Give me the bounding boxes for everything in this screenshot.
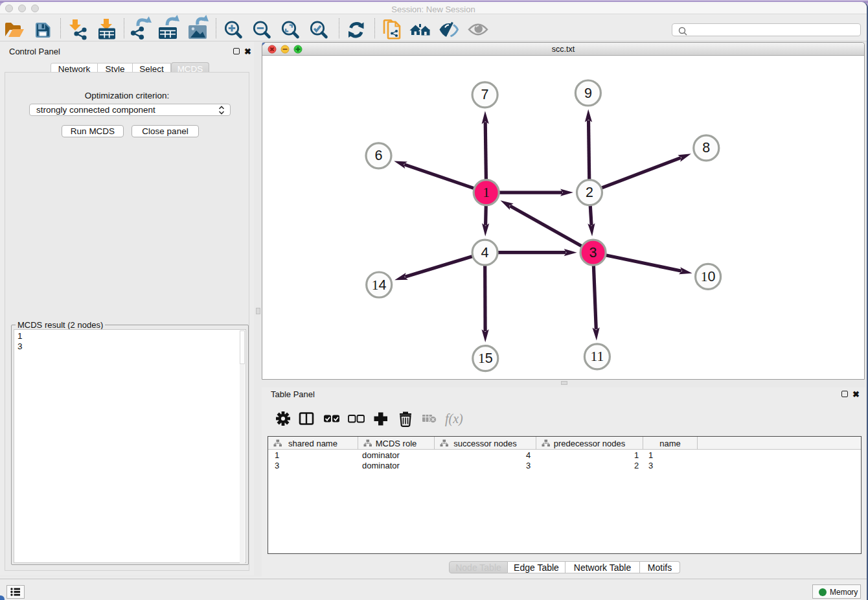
svg-text:4: 4: [481, 244, 489, 260]
svg-text:11: 11: [591, 349, 604, 364]
svg-text:6: 6: [375, 148, 383, 163]
svg-text:15: 15: [478, 351, 493, 366]
svg-text:7: 7: [481, 87, 489, 102]
svg-text:14: 14: [372, 277, 387, 292]
svg-text:f(x): f(x): [445, 411, 463, 426]
svg-text:9: 9: [584, 85, 592, 100]
svg-text:2: 2: [586, 185, 593, 200]
svg-text:10: 10: [701, 268, 716, 284]
svg-text:1: 1: [483, 185, 490, 200]
svg-text:8: 8: [702, 140, 710, 156]
svg-text:3: 3: [589, 244, 597, 260]
